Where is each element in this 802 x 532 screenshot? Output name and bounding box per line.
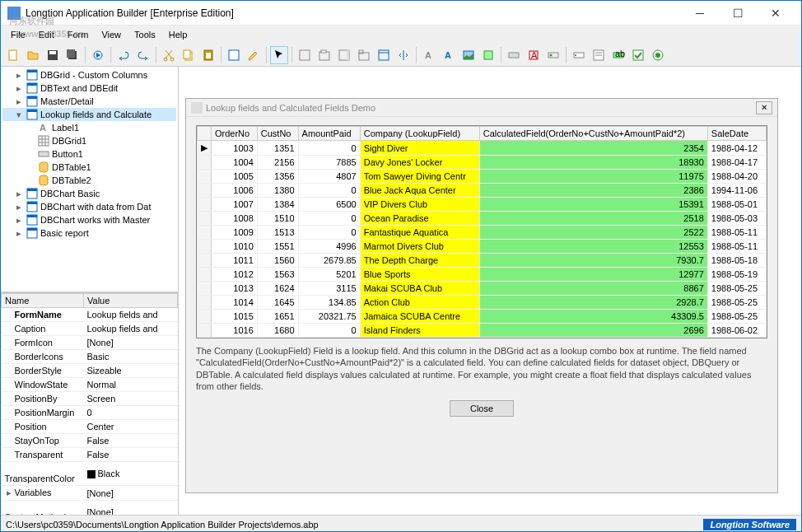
cell-orderno[interactable]: 1011 (212, 254, 258, 268)
select-tool[interactable] (270, 46, 288, 64)
grid-row[interactable]: 101316243115Makai SCUBA Club88671988-05-… (198, 282, 767, 296)
cell-orderno[interactable]: 1012 (212, 268, 258, 282)
prop-value[interactable]: [None] (84, 486, 178, 501)
cell-amountpaid[interactable]: 0 (298, 324, 360, 338)
prop-row[interactable]: PositionMargin0 (2, 406, 178, 420)
prop-value[interactable]: [None] (84, 501, 178, 516)
grid-row[interactable]: 101115602679.85The Depth Charge7930.7198… (198, 254, 767, 268)
cell-company[interactable]: Tom Sawyer Diving Centr (360, 170, 479, 184)
cell-company[interactable]: Fantastique Aquatica (360, 226, 479, 240)
menu-tools[interactable]: Tools (128, 28, 162, 41)
cell-calculated[interactable]: 7930.7 (479, 254, 707, 268)
checkbox-tool[interactable] (629, 46, 647, 64)
cell-calculated[interactable]: 2518 (479, 212, 707, 226)
menu-edit[interactable]: Edit (32, 28, 61, 41)
tree-node[interactable]: DBTable2 (2, 174, 176, 187)
cell-saledate[interactable]: 1988-04-12 (707, 141, 766, 156)
image-tool[interactable] (459, 46, 478, 64)
cell-calculated[interactable]: 12977 (479, 268, 707, 282)
tree-node[interactable]: DBGrid1 (2, 134, 176, 147)
grid-header[interactable]: CalculatedField(OrderNo+CustNo+AmountPai… (479, 127, 707, 141)
cell-saledate[interactable]: 1988-05-01 (707, 198, 766, 212)
grid-row[interactable]: 101215635201Blue Sports129771988-05-19 (198, 268, 767, 282)
project-tree[interactable]: ▸DBGrid - Custom Columns▸DBText and DBEd… (1, 67, 178, 292)
text-tool[interactable]: A (440, 46, 458, 64)
cell-company[interactable]: Jamaica SCUBA Centre (360, 310, 479, 324)
panel-tool[interactable] (296, 46, 314, 64)
prop-value[interactable]: False (84, 434, 178, 448)
cell-amountpaid[interactable]: 134.85 (298, 296, 360, 310)
cell-calculated[interactable]: 2522 (479, 226, 707, 240)
undo-button[interactable] (114, 46, 133, 64)
cell-amountpaid[interactable]: 7885 (298, 156, 360, 170)
pagecontrol-tool[interactable] (375, 46, 393, 64)
newform-button[interactable] (225, 46, 243, 64)
form-designer[interactable]: Lookup fields and Calculated Fields Demo… (179, 67, 801, 515)
scrollbox-tool[interactable] (335, 46, 353, 64)
prop-row[interactable]: BorderStyleSizeable (2, 364, 178, 378)
grid-header[interactable]: Company (LookupField) (360, 127, 479, 141)
splitter-tool[interactable] (394, 46, 413, 64)
expand-icon[interactable]: ▸ (14, 70, 24, 81)
expand-icon[interactable]: ▾ (14, 110, 24, 120)
cell-calculated[interactable]: 11975 (479, 170, 707, 184)
label-tool[interactable]: A (420, 46, 438, 64)
redo-button[interactable] (134, 46, 152, 64)
minimize-button[interactable]: ─ (681, 1, 719, 26)
cell-company[interactable]: Blue Sports (360, 268, 479, 282)
cell-amountpaid[interactable]: 20321.75 (298, 310, 360, 324)
prop-row[interactable]: PositionCenter (2, 420, 178, 434)
tab-tool[interactable] (355, 46, 373, 64)
cell-calculated[interactable]: 43309.5 (479, 310, 707, 324)
shape-tool[interactable] (479, 46, 497, 64)
cell-calculated[interactable]: 12553 (479, 240, 707, 254)
grid-row[interactable]: 101616800Island Finders26961988-06-02 (198, 324, 767, 338)
prop-value[interactable]: Lookup fields and (84, 322, 178, 336)
cell-amountpaid[interactable]: 6500 (298, 198, 360, 212)
copy-button[interactable] (180, 46, 198, 64)
cell-saledate[interactable]: 1988-05-11 (707, 240, 766, 254)
cell-saledate[interactable]: 1988-04-17 (707, 156, 766, 170)
cell-custno[interactable]: 1356 (257, 170, 298, 184)
memo-tool[interactable] (590, 46, 608, 64)
menu-help[interactable]: Help (162, 28, 194, 41)
grid-row[interactable]: 10141645134.85Action Club2928.71988-05-2… (198, 296, 767, 310)
cell-calculated[interactable]: 15391 (479, 198, 707, 212)
cell-saledate[interactable]: 1988-05-18 (707, 254, 766, 268)
prop-row[interactable]: ▸Variables[None] (2, 486, 178, 501)
cell-calculated[interactable]: 8867 (479, 282, 707, 296)
prop-row[interactable]: FormNameLookup fields and (2, 308, 178, 322)
cell-amountpaid[interactable]: 5201 (298, 268, 360, 282)
prop-row[interactable]: CaptionLookup fields and (2, 322, 178, 336)
prop-value[interactable]: [None] (84, 336, 178, 350)
prop-row[interactable]: WindowStateNormal (2, 378, 178, 392)
bitbtn-tool[interactable] (544, 46, 562, 64)
run-button[interactable] (89, 46, 107, 64)
menu-file[interactable]: File (4, 28, 32, 41)
grid-header[interactable]: CustNo (257, 127, 298, 141)
cell-company[interactable]: Marmot Divers Club (360, 240, 479, 254)
cell-saledate[interactable]: 1988-04-20 (707, 170, 766, 184)
expand-icon[interactable]: ▸ (14, 228, 24, 239)
cell-amountpaid[interactable]: 0 (298, 212, 360, 226)
cell-amountpaid[interactable]: 3115 (298, 282, 360, 296)
prop-row[interactable]: FormIcon[None] (2, 336, 178, 350)
cell-saledate[interactable]: 1988-05-19 (707, 268, 766, 282)
expand-icon[interactable]: ▸ (14, 96, 24, 107)
prop-row[interactable]: CustomMethods[None] (2, 501, 178, 516)
radio-tool[interactable] (649, 46, 667, 64)
cell-custno[interactable]: 1651 (257, 310, 298, 324)
prop-header-name[interactable]: Name (2, 294, 84, 308)
cell-orderno[interactable]: 1003 (212, 141, 258, 156)
expand-icon[interactable]: ▸ (14, 83, 24, 94)
tree-node[interactable]: ▸DBGrid - Custom Columns (2, 68, 176, 82)
cell-amountpaid[interactable]: 4807 (298, 170, 360, 184)
menu-form[interactable]: Form (61, 28, 96, 41)
prop-row[interactable]: PositionByScreen (2, 392, 178, 406)
cell-saledate[interactable]: 1988-06-02 (707, 324, 766, 338)
saveall-button[interactable] (63, 46, 82, 64)
cell-orderno[interactable]: 1013 (212, 282, 258, 296)
cell-company[interactable]: Sight Diver (360, 141, 479, 156)
prop-row[interactable]: TransparentFalse (2, 448, 178, 462)
cell-orderno[interactable]: 1007 (212, 198, 258, 212)
